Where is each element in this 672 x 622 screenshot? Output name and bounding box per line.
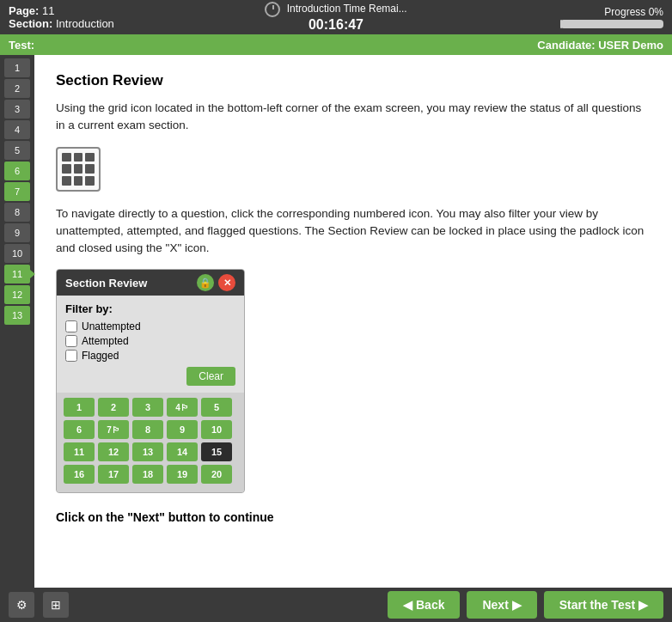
sr-num-9[interactable]: 9: [167, 420, 198, 439]
page-label: Page:: [9, 4, 39, 17]
sr-num-2[interactable]: 2: [98, 398, 129, 417]
sr-filter-flagged: Flagged: [65, 350, 235, 362]
flagged-checkbox[interactable]: [65, 350, 77, 362]
sidebar-item-4[interactable]: 4: [4, 120, 30, 139]
sidebar-item-11[interactable]: 11: [4, 265, 30, 284]
sr-close-icon[interactable]: ✕: [218, 274, 235, 291]
sr-filter: Filter by: Unattempted Attempted Flagged…: [57, 296, 244, 393]
bottom-right-buttons: ◀ Back Next ▶ Start the Test ▶: [388, 591, 663, 619]
sr-num-14[interactable]: 14: [167, 442, 198, 461]
content-para1: Using the grid icon located in the botto…: [56, 100, 651, 135]
sidebar-item-2[interactable]: 2: [4, 79, 30, 98]
timer-label: Introduction Time Remai...: [265, 2, 406, 17]
sr-num-17[interactable]: 17: [98, 465, 129, 484]
content-para2: To navigate directly to a question, clic…: [56, 205, 651, 258]
section-label: Section:: [9, 17, 52, 30]
sidebar-item-1[interactable]: 1: [4, 58, 30, 77]
section-name: Introduction: [56, 17, 114, 30]
progress-label: Progress 0%: [445, 6, 663, 18]
sr-num-11[interactable]: 11: [64, 442, 95, 461]
bottom-text: Click on the "Next" button to continue: [56, 510, 651, 524]
sr-num-16[interactable]: 16: [64, 465, 95, 484]
sr-lock-icon[interactable]: 🔒: [197, 274, 214, 291]
sr-filter-unattempted: Unattempted: [65, 320, 235, 332]
content-panel: Section Review Using the grid icon locat…: [34, 55, 672, 588]
sidebar-item-3[interactable]: 3: [4, 100, 30, 119]
sr-title: Section Review: [65, 277, 147, 290]
sidebar-item-5[interactable]: 5: [4, 141, 30, 160]
sr-filter-attempted: Attempted: [65, 335, 235, 347]
top-header: Page: 11 Section: Introduction Introduct…: [0, 0, 672, 34]
sr-grid-row-1: 1 2 3 4🏳 5: [64, 398, 237, 417]
sr-num-5[interactable]: 5: [201, 398, 232, 417]
sidebar-item-8[interactable]: 8: [4, 203, 30, 222]
sr-header-icons: 🔒 ✕: [197, 274, 235, 291]
grid-cell: [85, 164, 95, 174]
sidebar-item-10[interactable]: 10: [4, 244, 30, 263]
sr-num-20[interactable]: 20: [201, 465, 232, 484]
flagged-label: Flagged: [82, 350, 119, 362]
sr-num-8[interactable]: 8: [132, 420, 163, 439]
start-test-button[interactable]: Start the Test ▶: [544, 591, 663, 619]
grid-cell: [74, 164, 83, 174]
main-area: 1 2 3 4 5 6 7 8 9 10 11 12 13 Section Re…: [0, 55, 672, 588]
sidebar-item-13[interactable]: 13: [4, 306, 30, 325]
next-button[interactable]: Next ▶: [467, 591, 536, 619]
grid-cell: [74, 176, 83, 186]
page-num: 11: [42, 4, 54, 17]
sr-header: Section Review 🔒 ✕: [57, 270, 244, 296]
timer-value: 00:16:47: [309, 17, 363, 33]
progress-fill: [560, 20, 562, 28]
clear-button[interactable]: Clear: [186, 367, 235, 386]
section-title: Section Review: [56, 72, 651, 89]
sr-num-13[interactable]: 13: [132, 442, 163, 461]
unattempted-label: Unattempted: [82, 320, 141, 332]
attempted-checkbox[interactable]: [65, 335, 77, 347]
unattempted-checkbox[interactable]: [65, 320, 77, 332]
sr-filter-title: Filter by:: [65, 302, 235, 315]
bottom-toolbar: ⚙ ⊞ ◀ Back Next ▶ Start the Test ▶: [0, 588, 672, 622]
settings-icon[interactable]: ⚙: [9, 592, 34, 618]
grid-cell: [74, 153, 83, 162]
grid-cell: [62, 153, 71, 162]
candidate-info: Candidate: USER Demo: [537, 39, 663, 52]
sidebar-item-6[interactable]: 6: [4, 162, 30, 180]
clock-icon: [265, 2, 280, 17]
test-bar: Test: Candidate: USER Demo: [0, 34, 672, 55]
sr-grid-row-2: 6 7🏳 8 9 10: [64, 420, 237, 439]
sr-num-7[interactable]: 7🏳: [98, 420, 129, 439]
grid-icon-box: [56, 147, 101, 192]
back-button[interactable]: ◀ Back: [388, 591, 460, 619]
page-info: Page: 11 Section: Introduction: [9, 4, 227, 30]
sr-num-6[interactable]: 6: [64, 420, 95, 439]
sr-num-3[interactable]: 3: [132, 398, 163, 417]
sr-num-15[interactable]: 15: [201, 442, 232, 461]
sr-grid: 1 2 3 4🏳 5 6 7🏳 8 9 10 11 12 13: [57, 393, 244, 492]
sr-num-1[interactable]: 1: [64, 398, 95, 417]
sr-num-18[interactable]: 18: [132, 465, 163, 484]
grid-cell: [62, 164, 71, 174]
sr-num-4[interactable]: 4🏳: [167, 398, 198, 417]
section-review-demo: Section Review 🔒 ✕ Filter by: Unattempte…: [56, 269, 245, 493]
grid-cell: [85, 153, 95, 162]
sidebar: 1 2 3 4 5 6 7 8 9 10 11 12 13: [0, 55, 34, 588]
grid-cell: [85, 176, 95, 186]
test-label: Test:: [9, 39, 34, 52]
grid-icon[interactable]: ⊞: [43, 592, 69, 618]
sr-num-12[interactable]: 12: [98, 442, 129, 461]
sidebar-item-7[interactable]: 7: [4, 182, 30, 201]
sr-grid-row-3: 11 12 13 14 15: [64, 442, 237, 461]
progress-section: Progress 0%: [445, 6, 663, 28]
sr-num-19[interactable]: 19: [167, 465, 198, 484]
timer-section: Introduction Time Remai... 00:16:47: [227, 2, 445, 33]
attempted-label: Attempted: [82, 335, 129, 347]
sr-num-10[interactable]: 10: [201, 420, 232, 439]
sr-filter-actions: Clear: [65, 367, 235, 386]
bottom-left-icons: ⚙ ⊞: [9, 592, 69, 618]
sidebar-item-9[interactable]: 9: [4, 223, 30, 242]
grid-cell: [62, 176, 71, 186]
sr-grid-row-4: 16 17 18 19 20: [64, 465, 237, 484]
sidebar-item-12[interactable]: 12: [4, 285, 30, 304]
progress-bar: [560, 20, 663, 28]
